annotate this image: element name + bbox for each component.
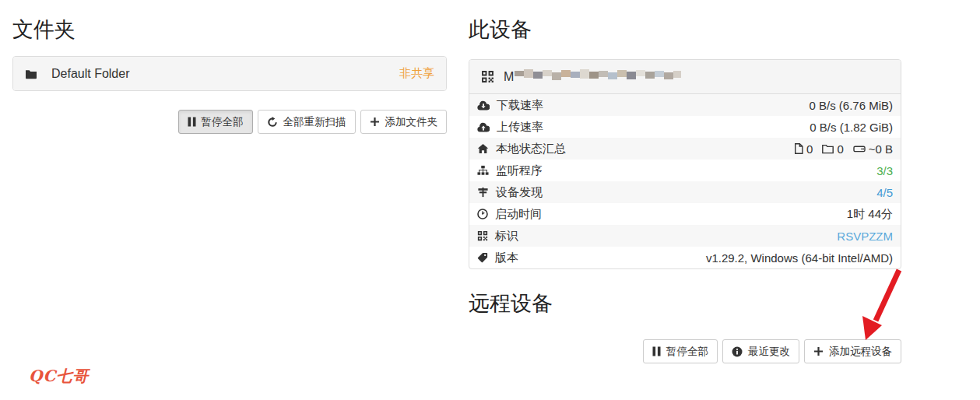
- listeners-value[interactable]: 3/3: [876, 164, 893, 177]
- local-state-label: 本地状态汇总: [496, 142, 566, 156]
- version-value: v1.29.2, Windows (64-bit Intel/AMD): [706, 251, 893, 265]
- uptime-value: 1时 44分: [847, 207, 893, 222]
- recent-changes-label: 最近更改: [748, 345, 790, 359]
- identification-row: 标识 RSVPZZM: [469, 225, 901, 247]
- upload-rate-value: 0 B/s (1.82 GiB): [810, 121, 893, 134]
- remote-devices-title: 远程设备: [469, 289, 553, 318]
- device-name-prefix: M: [504, 70, 514, 84]
- pause-all-devices-label: 暂停全部: [666, 345, 708, 359]
- folder-name: Default Folder: [51, 67, 399, 81]
- red-annotation-arrow: [845, 266, 915, 344]
- upload-rate-label: 上传速率: [497, 120, 543, 135]
- cloud-download-icon: [477, 100, 490, 111]
- plus-icon: [813, 346, 824, 356]
- syncthing-page: 文件夹 Default Folder 非共享 暂停全部: [0, 0, 980, 400]
- device-name-redacted-blur: [515, 68, 681, 85]
- plus-icon: [370, 117, 380, 127]
- discovery-row: 设备发现 4/5: [469, 181, 901, 203]
- pause-icon: [188, 117, 196, 127]
- folder-actions: 暂停全部 全部重新扫描 添加文件夹: [12, 110, 447, 134]
- listeners-row: 监听程序 3/3: [469, 160, 901, 181]
- uptime-row: 启动时间 1时 44分: [469, 203, 901, 225]
- hdd-icon: [853, 144, 866, 153]
- discovery-value[interactable]: 4/5: [876, 186, 893, 199]
- folders-title: 文件夹: [12, 16, 76, 44]
- this-device-title: 此设备: [469, 16, 532, 44]
- pause-all-folders-label: 暂停全部: [202, 115, 244, 129]
- version-row: 版本 v1.29.2, Windows (64-bit Intel/AMD): [469, 247, 901, 268]
- folder-panel-header[interactable]: Default Folder 非共享: [13, 57, 446, 90]
- uptime-label: 启动时间: [495, 207, 542, 222]
- add-remote-device-button[interactable]: 添加远程设备: [804, 339, 901, 363]
- folder-icon: [25, 68, 37, 80]
- watermark-text: QC七哥: [29, 366, 89, 387]
- file-icon: [794, 143, 803, 154]
- cloud-upload-icon: [477, 122, 490, 132]
- folder-outline-icon: [822, 144, 834, 154]
- local-size-value: ~0 B: [869, 142, 893, 156]
- this-device-panel: M: [469, 59, 901, 269]
- tag-icon: [477, 252, 488, 263]
- qrcode-icon: [477, 230, 488, 241]
- remote-device-actions: 暂停全部 最近更改 添加远程设备: [469, 339, 901, 363]
- folder-panel: Default Folder 非共享: [12, 56, 447, 91]
- listeners-label: 监听程序: [496, 163, 543, 178]
- download-rate-label: 下载速率: [497, 98, 543, 113]
- rescan-all-button[interactable]: 全部重新扫描: [258, 110, 356, 134]
- device-qrcode-icon: [481, 70, 494, 83]
- local-files-count: 0: [806, 142, 813, 156]
- clock-icon: [477, 209, 488, 219]
- add-folder-button[interactable]: 添加文件夹: [360, 110, 448, 134]
- version-label: 版本: [495, 251, 518, 265]
- local-state-row: 本地状态汇总 0: [469, 138, 901, 160]
- add-folder-label: 添加文件夹: [385, 115, 438, 129]
- add-remote-device-label: 添加远程设备: [829, 345, 892, 359]
- local-state-values: 0 0: [794, 142, 893, 156]
- signpost-icon: [477, 187, 489, 198]
- refresh-icon: [267, 117, 278, 128]
- identification-label: 标识: [495, 229, 518, 244]
- folder-status-badge: 非共享: [399, 66, 434, 81]
- pause-all-devices-button[interactable]: 暂停全部: [643, 339, 718, 363]
- upload-rate-row: 上传速率 0 B/s (1.82 GiB): [469, 116, 901, 138]
- device-info-table: 下载速率 0 B/s (6.76 MiB) 上传速率 0 B/s (1.82: [469, 94, 901, 268]
- pause-icon: [652, 346, 661, 356]
- rescan-all-label: 全部重新扫描: [283, 115, 346, 129]
- discovery-label: 设备发现: [496, 185, 543, 200]
- pause-all-folders-button[interactable]: 暂停全部: [178, 110, 253, 134]
- info-circle-icon: [732, 346, 743, 357]
- home-icon: [477, 143, 489, 154]
- identification-value[interactable]: RSVPZZM: [837, 230, 893, 243]
- recent-changes-button[interactable]: 最近更改: [722, 339, 799, 363]
- download-rate-value: 0 B/s (6.76 MiB): [809, 99, 893, 112]
- download-rate-row: 下载速率 0 B/s (6.76 MiB): [469, 94, 901, 116]
- this-device-panel-header[interactable]: M: [469, 60, 901, 94]
- sitemap-icon: [477, 165, 489, 176]
- local-dirs-count: 0: [837, 142, 843, 156]
